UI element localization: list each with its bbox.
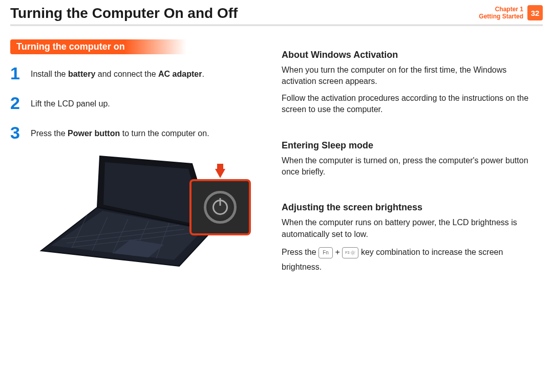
page-title: Turning the Computer On and Off [10, 5, 238, 21]
key-combination-line: Press the Fn + F3 [282, 245, 533, 275]
step-2: 2 Lift the LCD panel up. [10, 94, 266, 112]
svg-line-20 [351, 254, 352, 254]
svg-line-19 [354, 254, 355, 254]
step-number: 2 [10, 94, 25, 112]
key-label: F3 [345, 250, 349, 256]
svg-text:+: + [355, 250, 355, 252]
power-button-icon [204, 191, 237, 224]
heading-brightness: Adjusting the screen brightness [282, 202, 533, 213]
step-1: 1 Install the battery and connect the AC… [10, 64, 266, 82]
text: Press the [282, 248, 318, 256]
section-banner: Turning the computer on [10, 39, 186, 54]
arrow-down-icon [215, 169, 225, 178]
heading-sleep: Entering Sleep mode [282, 140, 533, 151]
page-number-badge: 32 [527, 5, 543, 20]
chapter-block: Chapter 1 Getting Started 32 [479, 5, 543, 20]
fn-key-icon: Fn [318, 247, 333, 258]
brightness-icon: + [350, 250, 355, 255]
step-text: Press the Power button to turn the compu… [31, 124, 209, 139]
paragraph: When the computer is turned on, press th… [282, 155, 533, 178]
chapter-label: Chapter 1 [479, 6, 523, 13]
svg-line-18 [351, 251, 352, 252]
laptop-figure [10, 154, 256, 271]
step-3: 3 Press the Power button to turn the com… [10, 124, 266, 141]
text: + [335, 248, 342, 256]
step-text: Install the battery and connect the AC a… [31, 64, 204, 80]
step-number: 1 [10, 64, 25, 82]
chapter-subtitle: Getting Started [479, 13, 523, 20]
step-number: 3 [10, 124, 25, 141]
power-button-callout [189, 179, 251, 235]
step-text: Lift the LCD panel up. [31, 94, 110, 110]
f3-key-icon: F3 + [342, 247, 358, 258]
paragraph: When you turn the computer on for the fi… [282, 64, 533, 88]
paragraph: When the computer runs on battery power,… [282, 217, 533, 240]
paragraph: Follow the activation procedures accordi… [282, 93, 533, 116]
svg-point-13 [352, 252, 354, 254]
heading-activation: About Windows Activation [282, 50, 533, 60]
